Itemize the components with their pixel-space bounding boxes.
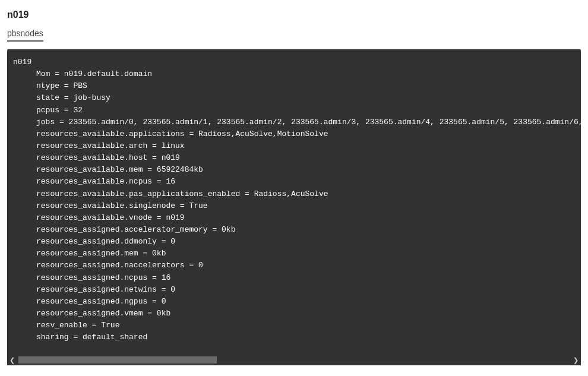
tab-pbsnodes[interactable]: pbsnodes [7, 27, 43, 42]
scroll-right-icon[interactable]: ❯ [573, 356, 578, 364]
scroll-track[interactable] [18, 356, 570, 364]
scroll-left-icon[interactable]: ❮ [10, 356, 15, 364]
page-title: n019 [7, 10, 581, 20]
scroll-thumb[interactable] [18, 356, 217, 364]
terminal-output: n019 Mom = n019.default.domain ntype = P… [7, 49, 581, 348]
terminal-panel: n019 Mom = n019.default.domain ntype = P… [7, 49, 581, 365]
horizontal-scrollbar[interactable]: ❮ ❯ [7, 356, 581, 365]
tab-row: pbsnodes [7, 27, 581, 42]
